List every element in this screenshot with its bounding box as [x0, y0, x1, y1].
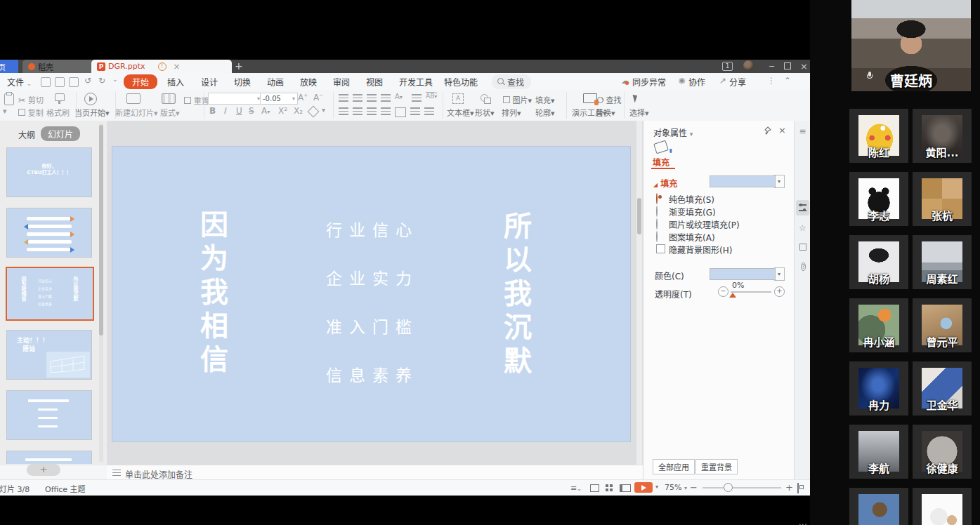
participant-tile[interactable]: 陈红 — [849, 109, 908, 163]
restore-button[interactable] — [784, 62, 791, 72]
undo-icon[interactable]: ↺ — [84, 76, 91, 86]
participant-tile[interactable] — [913, 488, 972, 525]
paragraph-spacing-icon[interactable] — [410, 107, 420, 116]
picture-button[interactable]: 图片▾ — [503, 94, 532, 105]
numbered-list-icon[interactable] — [353, 94, 362, 102]
user-avatar[interactable] — [743, 60, 754, 71]
slide-thumbnail-3-selected[interactable]: 因为我相信 行业信心 企业实力 准入门槛 信息素养 所以我沉默 — [6, 267, 94, 321]
cut-button[interactable]: ✂ 剪切 — [18, 94, 44, 105]
participant-tile[interactable]: 冉小涵 — [849, 298, 908, 352]
decrease-indent-icon[interactable] — [367, 94, 377, 102]
align-center-icon[interactable] — [353, 107, 362, 116]
collapse-ribbon-icon[interactable]: ⌃ — [784, 76, 791, 86]
fill-button[interactable]: 填充▾ — [535, 94, 555, 105]
grow-font-button[interactable]: A+ — [298, 93, 308, 102]
columns-icon[interactable] — [395, 107, 406, 117]
underline-button[interactable]: U — [236, 106, 242, 116]
print-icon[interactable] — [55, 77, 65, 87]
bullet-list-icon[interactable] — [339, 94, 348, 102]
pin-icon[interactable] — [763, 126, 771, 135]
participant-tile[interactable]: 李航 — [849, 425, 908, 479]
slide-canvas[interactable]: 因为我相信 行业信心 企业实力 准入门槛 信息素养 所以我沉默 — [112, 147, 630, 441]
slideshow-play-button[interactable] — [634, 482, 653, 493]
shrink-font-button[interactable]: A− — [313, 93, 323, 102]
save-icon[interactable] — [41, 77, 51, 87]
participant-tile[interactable]: 张杭 — [913, 172, 972, 226]
reset-background-button[interactable]: 重置背景 — [695, 459, 738, 474]
slide-thumbnail-5[interactable] — [6, 390, 92, 440]
fill-tab-icon[interactable] — [655, 142, 667, 152]
tab-docer[interactable]: 稻壳 — [22, 60, 94, 73]
sync-status[interactable]: 同步异常 — [632, 76, 666, 88]
slide-thumbnail-4[interactable]: 主动！！！ 搭讪 — [6, 330, 92, 380]
select-icon[interactable] — [634, 94, 638, 102]
slide-thumbnail-6[interactable] — [6, 451, 92, 464]
new-slide-label[interactable]: 新建幻灯片▾ — [115, 107, 158, 118]
fit-text-button[interactable]: AB▾ — [426, 93, 437, 100]
paste-button[interactable] — [4, 93, 14, 105]
layout-button[interactable] — [162, 93, 176, 104]
copy-button[interactable]: 复制 — [18, 107, 44, 118]
tab-slides[interactable]: 幻灯片 — [41, 126, 80, 141]
arrange-button[interactable]: 排列▾ — [502, 107, 521, 118]
close-window-button[interactable]: × — [800, 61, 808, 72]
share-button[interactable]: 分享 — [729, 76, 746, 88]
transparency-minus-button[interactable]: − — [718, 286, 729, 297]
properties-title[interactable]: 对象属性 ▾ — [653, 126, 693, 138]
increase-indent-icon[interactable] — [381, 94, 391, 102]
radio-picture-fill[interactable]: 图片或纹理填充(P) — [656, 219, 658, 229]
find-button[interactable]: 查找 — [597, 94, 622, 105]
apply-all-button[interactable]: 全部应用 — [653, 459, 695, 474]
radio-solid-fill[interactable]: 纯色填充(S) — [656, 194, 658, 204]
ribbon-tab-design[interactable]: 设计 — [201, 76, 218, 88]
font-size-combo[interactable]: -0.05▾ — [260, 93, 298, 105]
bold-button[interactable]: B — [209, 106, 216, 116]
search-box[interactable]: 查找 — [492, 74, 531, 89]
play-from-current-button[interactable] — [84, 93, 97, 105]
zoom-out-button[interactable]: − — [690, 482, 698, 493]
tab-home[interactable]: 首页 — [0, 60, 18, 73]
radio-pattern-fill[interactable]: 图案填充(A) — [656, 232, 658, 241]
justify-icon[interactable] — [381, 107, 391, 116]
outline-button[interactable]: 轮廓▾ — [535, 107, 555, 118]
notes-bar[interactable]: 单击此处添加备注 — [107, 465, 643, 480]
ribbon-tab-review[interactable]: 审阅 — [333, 76, 350, 88]
font-color-button[interactable]: A▾ — [261, 106, 270, 116]
strikethrough-button[interactable]: S — [249, 106, 254, 116]
tab-outline[interactable]: 大纲 — [18, 128, 35, 140]
subscript-button[interactable]: X₂ — [294, 106, 303, 116]
tab-document-active[interactable]: P DGR.pptx ! × — [91, 60, 232, 73]
transparency-plus-button[interactable]: + — [774, 286, 785, 297]
present-tools-icon[interactable] — [583, 93, 597, 103]
rail-more-icon[interactable]: ⋯ — [797, 519, 808, 525]
line-spacing-icon[interactable] — [412, 94, 422, 102]
minimize-button[interactable]: − — [769, 62, 775, 71]
text-direction-button[interactable]: A▾ — [395, 93, 403, 100]
color-swatch[interactable] — [710, 268, 776, 280]
ribbon-tab-animation[interactable]: 动画 — [267, 76, 284, 88]
participant-tile[interactable]: 徐健康 — [913, 425, 972, 479]
shapes-button[interactable]: 形状▾ — [475, 107, 495, 118]
ribbon-tab-view[interactable]: 视图 — [366, 76, 383, 88]
italic-button[interactable]: I — [223, 106, 226, 116]
slide-right-vertical-text[interactable]: 所以我沉默 — [500, 211, 531, 380]
align-right-icon[interactable] — [367, 107, 377, 116]
rail-effects-icon[interactable]: ☆ — [797, 223, 808, 233]
fill-section-header[interactable]: ◢ 填充 — [653, 177, 677, 189]
slide-thumbnail-2[interactable] — [6, 208, 92, 258]
transparency-slider-track[interactable] — [731, 291, 771, 293]
more-menu-icon[interactable]: ⋮ — [767, 76, 776, 86]
print-preview-icon[interactable] — [69, 77, 79, 87]
text-box-icon[interactable]: A — [452, 93, 464, 104]
ribbon-tab-transition[interactable]: 切换 — [234, 76, 251, 88]
superscript-button[interactable]: X² — [278, 106, 287, 116]
format-painter-label[interactable]: 格式刷 — [46, 107, 70, 118]
notes-toggle-icon[interactable]: ≡⌄ — [570, 484, 582, 493]
ribbon-tab-special[interactable]: 特色功能 — [444, 76, 478, 88]
normal-view-icon[interactable] — [590, 484, 599, 492]
reading-view-icon[interactable] — [620, 484, 631, 492]
rail-duplicate-icon[interactable] — [797, 243, 808, 253]
align-left-icon[interactable] — [339, 107, 348, 116]
rail-handle-icon[interactable]: ≡ — [797, 126, 808, 136]
color-dropdown[interactable]: ▾ — [774, 267, 785, 281]
